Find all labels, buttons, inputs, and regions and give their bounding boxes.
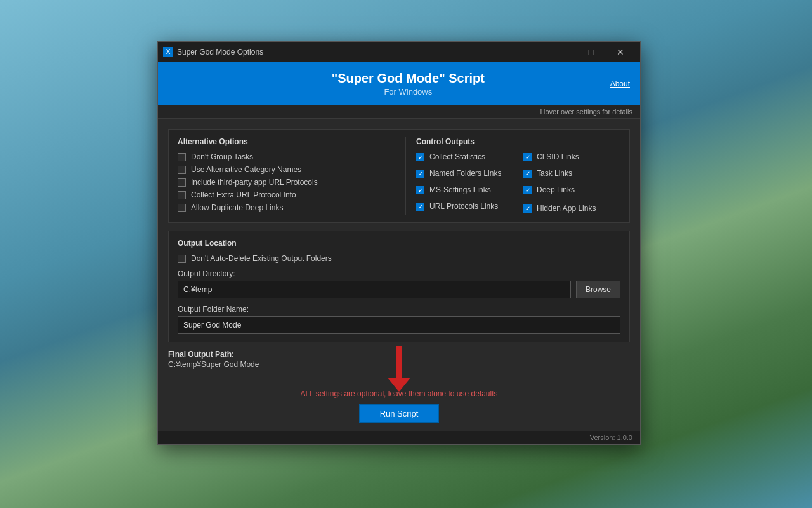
option-deep-links[interactable]: ✓ Deep Links bbox=[523, 185, 620, 194]
option-dont-group-tasks[interactable]: Don't Group Tasks bbox=[178, 152, 395, 161]
checkbox-dont-group-tasks[interactable] bbox=[178, 153, 186, 161]
checkbox-collect-stats[interactable]: ✓ bbox=[416, 153, 424, 161]
checkbox-task-links[interactable]: ✓ bbox=[523, 170, 532, 178]
label-clsid-links: CLSID Links bbox=[537, 152, 579, 161]
bottom-area: ALL settings are optional, leave them al… bbox=[158, 384, 640, 431]
option-named-folders[interactable]: ✓ Named Folders Links bbox=[416, 169, 513, 178]
arrow-indicator bbox=[388, 346, 410, 392]
arrow-shaft bbox=[396, 346, 402, 378]
checkbox-hidden-app[interactable]: ✓ bbox=[523, 204, 532, 213]
window-icon: X bbox=[163, 47, 173, 57]
output-location-section: Output Location Don't Auto-Delete Existi… bbox=[168, 231, 630, 342]
alternative-options-col: Alternative Options Don't Group Tasks Us… bbox=[178, 137, 406, 215]
option-collect-extra-url[interactable]: Collect Extra URL Protocol Info bbox=[178, 190, 395, 199]
arrow-head bbox=[388, 378, 410, 392]
label-allow-duplicate: Allow Duplicate Deep Links bbox=[191, 203, 283, 212]
browse-button[interactable]: Browse bbox=[576, 281, 620, 298]
option-url-protocols[interactable]: ✓ URL Protocols Links bbox=[416, 202, 513, 211]
folder-name-label: Output Folder Name: bbox=[178, 305, 620, 314]
label-dont-group-tasks: Don't Group Tasks bbox=[191, 152, 253, 161]
close-button[interactable]: ✕ bbox=[606, 42, 635, 62]
label-collect-extra-url: Collect Extra URL Protocol Info bbox=[191, 190, 296, 199]
app-subtitle: For Windows bbox=[206, 87, 610, 97]
label-hidden-app: Hidden App Links bbox=[537, 204, 596, 213]
label-ms-settings: MS-Settings Links bbox=[429, 185, 491, 194]
option-collect-stats[interactable]: ✓ Collect Statistics bbox=[416, 152, 513, 161]
maximize-button[interactable]: □ bbox=[577, 42, 606, 62]
checkbox-url-protocols[interactable]: ✓ bbox=[416, 203, 424, 211]
control-outputs-grid: ✓ Collect Statistics ✓ CLSID Links ✓ Nam… bbox=[416, 152, 620, 215]
content-area: Alternative Options Don't Group Tasks Us… bbox=[158, 119, 640, 384]
tooltip-text: Hover over settings for details bbox=[540, 108, 632, 116]
option-dont-auto-delete[interactable]: Don't Auto-Delete Existing Output Folder… bbox=[178, 254, 620, 263]
option-hidden-app[interactable]: ✓ Hidden App Links bbox=[523, 202, 620, 215]
label-task-links: Task Links bbox=[537, 169, 572, 178]
output-dir-input[interactable] bbox=[178, 281, 571, 298]
checkbox-alt-category-names[interactable] bbox=[178, 166, 186, 174]
option-clsid-links[interactable]: ✓ CLSID Links bbox=[523, 152, 620, 161]
alternative-options-title: Alternative Options bbox=[178, 137, 395, 146]
main-window: X Super God Mode Options — □ ✕ "Super Go… bbox=[157, 41, 641, 444]
title-bar: X Super God Mode Options — □ ✕ bbox=[158, 42, 640, 62]
options-columns: Alternative Options Don't Group Tasks Us… bbox=[178, 137, 620, 215]
header-title-block: "Super God Mode" Script For Windows bbox=[206, 71, 610, 97]
checkbox-collect-extra-url[interactable] bbox=[178, 191, 186, 199]
option-allow-duplicate[interactable]: Allow Duplicate Deep Links bbox=[178, 203, 395, 212]
options-section: Alternative Options Don't Group Tasks Us… bbox=[168, 129, 630, 223]
label-alt-category-names: Use Alternative Category Names bbox=[191, 165, 301, 174]
run-script-button[interactable]: Run Script bbox=[359, 404, 440, 423]
checkbox-named-folders[interactable]: ✓ bbox=[416, 170, 424, 178]
label-deep-links: Deep Links bbox=[537, 185, 575, 194]
output-dir-row: Browse bbox=[178, 281, 620, 298]
option-task-links[interactable]: ✓ Task Links bbox=[523, 169, 620, 178]
minimize-button[interactable]: — bbox=[547, 42, 577, 62]
output-dir-label: Output Directory: bbox=[178, 269, 620, 278]
header: "Super God Mode" Script For Windows Abou… bbox=[158, 62, 640, 105]
label-url-protocols: URL Protocols Links bbox=[429, 202, 498, 211]
version-text: Version: 1.0.0 bbox=[590, 434, 632, 441]
checkbox-dont-auto-delete[interactable] bbox=[178, 255, 186, 263]
label-dont-auto-delete: Don't Auto-Delete Existing Output Folder… bbox=[191, 254, 332, 263]
control-outputs-col: Control Outputs ✓ Collect Statistics ✓ C… bbox=[406, 137, 620, 215]
tooltip-bar: Hover over settings for details bbox=[158, 105, 640, 119]
output-location-title: Output Location bbox=[178, 239, 620, 248]
option-thirdparty-url[interactable]: Include third-party app URL Protocols bbox=[178, 178, 395, 187]
label-collect-stats: Collect Statistics bbox=[429, 152, 485, 161]
window-title: Super God Mode Options bbox=[177, 48, 547, 57]
checkbox-ms-settings[interactable]: ✓ bbox=[416, 186, 424, 194]
app-title: "Super God Mode" Script bbox=[206, 71, 610, 86]
version-bar: Version: 1.0.0 bbox=[158, 431, 640, 444]
about-button[interactable]: About bbox=[610, 79, 630, 88]
window-controls: — □ ✕ bbox=[547, 42, 635, 62]
option-ms-settings[interactable]: ✓ MS-Settings Links bbox=[416, 185, 513, 194]
folder-name-input[interactable] bbox=[178, 316, 620, 334]
label-thirdparty-url: Include third-party app URL Protocols bbox=[191, 178, 318, 187]
label-named-folders: Named Folders Links bbox=[429, 169, 501, 178]
checkbox-deep-links[interactable]: ✓ bbox=[523, 186, 532, 194]
control-outputs-title: Control Outputs bbox=[416, 137, 620, 146]
checkbox-thirdparty-url[interactable] bbox=[178, 178, 186, 187]
checkbox-allow-duplicate[interactable] bbox=[178, 204, 186, 212]
checkbox-clsid-links[interactable]: ✓ bbox=[523, 153, 532, 161]
option-alt-category-names[interactable]: Use Alternative Category Names bbox=[178, 165, 395, 174]
